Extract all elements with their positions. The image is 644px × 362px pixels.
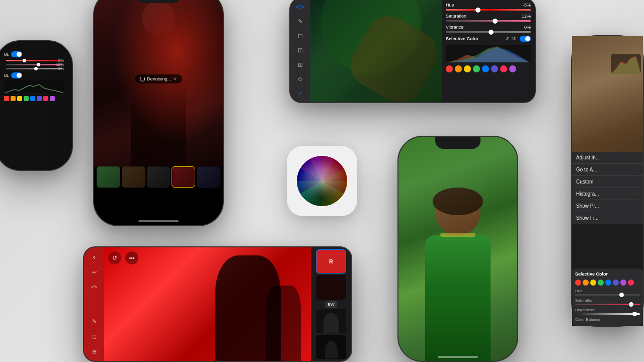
sc-dot-green[interactable] <box>598 280 604 286</box>
menu-goto[interactable]: Go to A... › <box>572 164 643 176</box>
palette-orange[interactable] <box>455 65 462 72</box>
menu-adjust[interactable]: Adjust In... › <box>572 152 643 164</box>
sc-hue-label: Hue <box>575 289 640 293</box>
bw-label[interactable]: BW <box>325 301 338 308</box>
film-thumb-4[interactable] <box>172 166 195 188</box>
sc-sat-track[interactable] <box>575 304 640 305</box>
vibrance-value: 0% <box>524 25 531 30</box>
photo-woman: Denoising... ✕ <box>94 0 223 167</box>
palette-pink[interactable] <box>500 65 507 72</box>
ml-label-topleft2: ML <box>4 74 9 77</box>
sc-dot-red[interactable] <box>575 280 581 286</box>
ipad-photo-area <box>310 0 442 102</box>
device-iphone-topleft: ML -5% 12% <box>0 40 73 171</box>
menu-histogram-label: Histogra... <box>576 191 599 197</box>
sc-panel-title: Selective Color <box>575 272 640 277</box>
ml-toggle-topleft2[interactable] <box>11 72 22 78</box>
sc-bright-track[interactable] <box>575 313 640 315</box>
device-ipad-bottomleft: ‹ ↩ </> ✎ ◻ ⊞ ↺ ••• <box>83 246 352 362</box>
sc-hue-thumb[interactable] <box>619 293 624 297</box>
sc-dot-yellow[interactable] <box>590 280 596 286</box>
sc-dot-violet[interactable] <box>620 280 626 286</box>
palette-purple[interactable] <box>491 65 498 72</box>
palette-green[interactable] <box>473 65 480 72</box>
layer-figure2[interactable] <box>316 335 346 359</box>
sc-saturation: Saturation <box>575 298 640 305</box>
app-icon <box>287 146 357 216</box>
saturation-label: Saturation <box>446 14 466 19</box>
menu-histogram-arrow: › <box>637 192 639 196</box>
palette-blue[interactable] <box>482 65 489 72</box>
saturation-value: 12% <box>522 14 531 19</box>
back-icon-bl[interactable]: ‹ <box>89 251 100 262</box>
sc-hue: Hue <box>575 289 640 296</box>
reset-icon-bl[interactable]: ↺ <box>108 251 121 264</box>
layer-figure1[interactable] <box>316 309 346 333</box>
sc-sat-thumb[interactable] <box>629 302 633 307</box>
more-icon-bl[interactable]: ••• <box>125 251 138 264</box>
vibrance-label: Vibrance <box>446 25 463 30</box>
grid-icon-bl[interactable]: ⊞ <box>89 346 100 357</box>
sc-dot-pink[interactable] <box>628 280 634 286</box>
hue-label: Hue <box>446 3 454 8</box>
device-ipad-topright: </> ✎ ◻ ⊡ ⊞ ☺ ✓ Hue -5% <box>289 0 536 103</box>
toolbar-code-icon[interactable]: </> <box>295 3 306 12</box>
menu-histogram[interactable]: Histogra... › <box>572 188 643 200</box>
menu-custom-label: Custom <box>576 179 593 185</box>
toolbar-grid-icon[interactable]: ⊞ <box>295 60 306 69</box>
svg-marker-7 <box>611 57 641 74</box>
main-scene: ML -5% 12% <box>0 0 644 362</box>
filmstrip[interactable] <box>94 166 223 188</box>
menu-show-pr-label: Show Pr... <box>576 203 599 209</box>
reset-icon[interactable]: ↺ <box>505 36 509 41</box>
vib-value-topleft: 0% <box>58 66 64 71</box>
ipad-toolbar-topright: </> ✎ ◻ ⊡ ⊞ ☺ ✓ <box>290 0 310 102</box>
sc-hue-track[interactable] <box>575 294 640 296</box>
layer-r[interactable]: R <box>316 249 346 274</box>
sc-brightness: Brightness <box>575 308 640 315</box>
brush-icon-bl[interactable]: ✎ <box>89 316 100 327</box>
film-thumb-2[interactable] <box>122 166 145 188</box>
sc-dot-blue[interactable] <box>605 280 611 286</box>
device-iphone-center: Denoising... ✕ <box>93 0 224 226</box>
denoising-close[interactable]: ✕ <box>173 76 177 81</box>
undo-icon-bl[interactable]: ↩ <box>89 266 100 278</box>
saturation-section: Saturation 12% <box>446 14 531 22</box>
vibrance-section: Vibrance 0% <box>446 25 531 33</box>
toolbar-crop-icon[interactable]: ⊡ <box>295 46 306 55</box>
selective-toggle[interactable] <box>520 36 531 42</box>
menu-adjust-label: Adjust In... <box>576 155 600 160</box>
menu-show-fi[interactable]: Show Fi... <box>572 212 643 224</box>
ml-icon: ML <box>511 36 518 41</box>
menu-show-pr[interactable]: Show Pr... <box>572 200 643 212</box>
toolbar-eraser-icon[interactable]: ◻ <box>295 31 306 41</box>
hue-value: -5% <box>523 3 531 8</box>
toolbar-check-icon[interactable]: ✓ <box>295 88 306 98</box>
film-thumb-5[interactable] <box>197 166 220 188</box>
device-iphone-farright: 9:41 ●●● 🔋 ‹ ↩ </> ⚙ ✎ <box>571 35 644 327</box>
ml-label-topleft: ML <box>4 53 9 56</box>
ml-toggle-topleft[interactable] <box>11 51 22 57</box>
menu-custom[interactable]: Custom › <box>572 176 643 188</box>
device-iphone-right: 9:41 ●●● WiFi 🔋 ‹ ↩ </> ⚙ ✎ ⊡ ⊞ ☺ ✓ <box>397 136 518 362</box>
far-right-menu: Adjust In... › Go to A... › Custom › His… <box>572 152 643 224</box>
film-thumb-3[interactable] <box>147 166 171 188</box>
code-icon-bl[interactable]: </> <box>89 282 100 293</box>
palette-yellow[interactable] <box>464 65 471 72</box>
toolbar-brush-icon[interactable]: ✎ <box>295 17 306 27</box>
palette-violet[interactable] <box>509 65 516 72</box>
sc-bright-thumb[interactable] <box>632 312 637 316</box>
hue-section: Hue -5% <box>446 3 531 11</box>
layer-dark[interactable] <box>316 275 346 299</box>
eraser-icon-bl[interactable]: ◻ <box>89 331 100 342</box>
film-thumb-1[interactable] <box>97 166 120 188</box>
sc-color-balance-label: Color Balance <box>575 317 640 322</box>
selective-color-panel: Selective Color Hue <box>572 268 643 326</box>
sc-dot-purple[interactable] <box>613 280 619 286</box>
ipad-bl-toolbar: ‹ ↩ </> ✎ ◻ ⊞ <box>84 247 104 361</box>
toolbar-face-icon[interactable]: ☺ <box>295 74 306 84</box>
sc-dot-orange[interactable] <box>583 280 589 286</box>
ipad-bl-layers-panel: R BW <box>311 247 351 361</box>
palette-red[interactable] <box>446 65 453 72</box>
menu-adjust-arrow: › <box>637 155 639 160</box>
